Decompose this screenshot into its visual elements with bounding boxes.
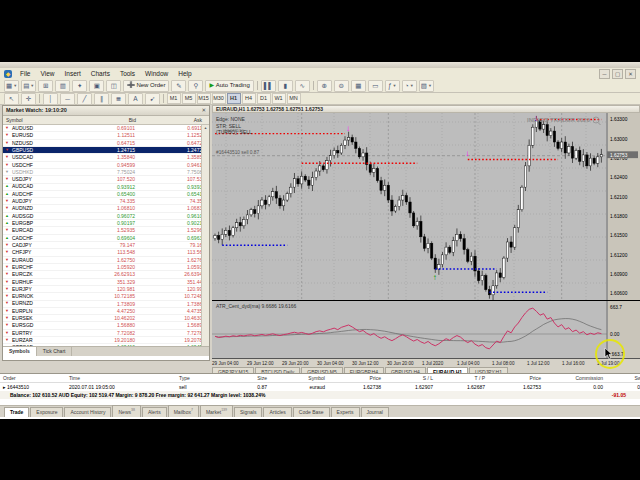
channel-tool[interactable]: ∥ [94, 93, 109, 105]
timeframe-m30[interactable]: M30 [212, 93, 226, 104]
symbol-row-usdchf[interactable]: ▼USDCHF0.945990.94615 [3, 162, 209, 169]
terminal-tab-market[interactable]: Market139 [200, 405, 233, 417]
menu-view[interactable]: View [35, 69, 59, 78]
fibonacci-tool[interactable]: ≣ [111, 93, 126, 105]
market-watch-tab-symbols[interactable]: Symbols [3, 347, 37, 356]
indicator-subwindow[interactable]: ATR_Cent_dyd(ma) 9.6686 19.6166663.70.00… [212, 300, 640, 358]
timeframe-h4[interactable]: H4 [242, 93, 256, 104]
restore-icon[interactable]: ▢ [612, 69, 623, 79]
terminal-column-size[interactable]: Size [228, 374, 270, 382]
zoom-out-button[interactable]: ⊖ [334, 80, 349, 92]
cascade-windows-button[interactable]: ▭ [368, 80, 383, 92]
symbol-row-gbpcad[interactable]: ▲GBPCAD1.694101.69455 [3, 344, 209, 346]
vertical-line-tool[interactable]: │ [43, 93, 58, 105]
timeframe-m5[interactable]: M5 [182, 93, 196, 104]
menu-help[interactable]: Help [173, 69, 196, 78]
menu-window[interactable]: Window [140, 69, 173, 78]
menu-file[interactable]: File [15, 69, 35, 78]
minimize-icon[interactable]: ─ [599, 69, 610, 79]
column-symbol[interactable]: Symbol [3, 116, 70, 124]
symbol-row-eurpln[interactable]: ▼EURPLN4.472504.47350 [3, 308, 209, 315]
timeframe-m15[interactable]: M15 [197, 93, 211, 104]
terminal-tab-alerts[interactable]: Alerts [142, 407, 167, 417]
symbol-row-usdhkd[interactable]: ▼USDHKD7.750247.75088 [3, 169, 209, 176]
terminal-column-sl[interactable]: S / L [384, 374, 436, 382]
symbol-row-eursek[interactable]: ▼EURSEK10.4620210.46307 [3, 315, 209, 322]
terminal-tab-mailbox[interactable]: Mailbox7 [168, 405, 199, 417]
market-watch-close-icon[interactable]: ✕ [201, 106, 206, 115]
terminal-column-symbol[interactable]: Symbol [270, 374, 328, 382]
trendline-tool[interactable]: ╱ [77, 93, 92, 105]
profiles-button[interactable]: ▤▼ [21, 80, 36, 92]
symbol-row-chfjpy[interactable]: ▼CHFJPY113.548113.567 [3, 249, 209, 256]
new-chart-button[interactable]: ▦▼ [4, 80, 19, 92]
timeframe-d1[interactable]: D1 [257, 93, 271, 104]
symbol-row-eurchf[interactable]: ▼EURCHF1.059201.05938 [3, 264, 209, 271]
strategy-tester-button[interactable]: ◫ [106, 80, 121, 92]
symbol-row-eurcad[interactable]: ▼EURCAD1.529351.52962 [3, 227, 209, 234]
symbol-row-eurusd[interactable]: ▼EURUSD1.125111.12522 [3, 132, 209, 139]
terminal-column-time[interactable]: Time [66, 374, 176, 382]
symbol-row-cadjpy[interactable]: ▼CADJPY79.14779.165 [3, 242, 209, 249]
symbol-row-audchf[interactable]: ▲AUDCHF0.654000.65418 [3, 191, 209, 198]
symbol-row-usdcad[interactable]: ▼USDCAD1.358401.35852 [3, 154, 209, 161]
symbol-row-eurnzd[interactable]: ▼EURNZD1.738091.73869 [3, 301, 209, 308]
terminal-tab-news[interactable]: News38 [112, 405, 140, 417]
symbol-row-eurhuf[interactable]: ▼EURHUF351.329351.445 [3, 279, 209, 286]
crosshair-tool[interactable]: ✛ [21, 93, 36, 105]
autotrading-button[interactable]: ▶ Auto Trading [205, 80, 253, 92]
symbol-row-euraud[interactable]: ▼EURAUD1.627501.62763 [3, 257, 209, 264]
symbol-row-audusd[interactable]: ▼AUDUSD0.691010.69114 [3, 125, 209, 132]
symbol-row-eurczk[interactable]: ▼EURCZK26.6291326.63947 [3, 271, 209, 278]
cursor-tool[interactable]: ↖ [4, 93, 19, 105]
symbol-row-eurjpy[interactable]: ▼EURJPY120.981120.998 [3, 286, 209, 293]
price-chart[interactable]: ↓↓↓↑↑Edge: NONESTR: SELL(TURBO): SELL#16… [212, 113, 640, 300]
symbol-row-eursgd[interactable]: ▼EURSGD1.568801.56892 [3, 322, 209, 329]
symbol-row-eurzar[interactable]: ▼EURZAR19.2018019.20787 [3, 337, 209, 344]
metaeditor-button[interactable]: ✎ [171, 80, 186, 92]
zoom-in-button[interactable]: ⊕ [317, 80, 332, 92]
column-ask[interactable]: Ask [136, 116, 206, 124]
chart-attach-button[interactable]: ⚲ [188, 80, 203, 92]
symbol-row-cadchf[interactable]: ▲CADCHF0.696040.69631 [3, 235, 209, 242]
terminal-tab-code-base[interactable]: Code Base [293, 407, 330, 417]
order-row[interactable]: ▸ 164435102020.07.01 19:05:00sell0.87eur… [0, 383, 640, 391]
symbol-row-audcad[interactable]: ▲AUDCAD0.939120.93938 [3, 184, 209, 191]
symbol-row-audjpy[interactable]: ▼AUDJPY74.33574.352 [3, 198, 209, 205]
candlestick-button[interactable]: ▮ [278, 80, 293, 92]
symbol-row-nzdusd[interactable]: ▼NZDUSD0.647150.64729 [3, 140, 209, 147]
timeframe-mn[interactable]: MN [287, 93, 301, 104]
new-order-button[interactable]: ➕ New Order [123, 80, 169, 92]
arrows-tool[interactable]: ➹ [145, 93, 160, 105]
symbol-row-usdjpy[interactable]: ▼USDJPY107.520107.535 [3, 176, 209, 183]
menu-charts[interactable]: Charts [86, 69, 115, 78]
indicators-button[interactable]: ƒ▼ [385, 80, 400, 92]
terminal-tab-signals[interactable]: Signals [234, 407, 262, 417]
menu-insert[interactable]: Insert [59, 69, 85, 78]
market-watch-tab-tick-chart[interactable]: Tick Chart [37, 347, 73, 356]
periods-button[interactable]: ◔▼ [402, 80, 417, 92]
symbol-row-audsgd[interactable]: ▲AUDSGD0.960720.96104 [3, 213, 209, 220]
terminal-toggle[interactable]: ▣ [89, 80, 104, 92]
terminal-tab-journal[interactable]: Journal [361, 407, 389, 417]
terminal-column-type[interactable]: Type [176, 374, 228, 382]
symbol-row-eurnok[interactable]: ▼EURNOK10.7218510.72487 [3, 293, 209, 300]
terminal-column-swap[interactable]: Swap [606, 374, 640, 382]
terminal-tab-exposure[interactable]: Exposure [30, 407, 63, 417]
data-window-toggle[interactable]: ▥ [55, 80, 70, 92]
column-bid[interactable]: Bid [70, 116, 136, 124]
timeframe-h1[interactable]: H1 [227, 93, 241, 104]
symbol-row-eurgbp[interactable]: ▲EURGBP0.901970.90213 [3, 220, 209, 227]
symbol-row-audnzd[interactable]: ▼AUDNZD1.068101.06834 [3, 205, 209, 212]
symbol-row-eurtry[interactable]: ▼EURTRY7.720827.72781 [3, 330, 209, 337]
line-chart-button[interactable]: ∿ [295, 80, 310, 92]
terminal-tab-articles[interactable]: Articles [263, 407, 291, 417]
terminal-column-tp[interactable]: T / P [436, 374, 488, 382]
terminal-tab-account-history[interactable]: Account History [64, 407, 111, 417]
market-watch-scrollbar[interactable]: ▴ [201, 125, 209, 346]
text-tool[interactable]: A [128, 93, 143, 105]
terminal-tab-experts[interactable]: Experts [331, 407, 360, 417]
market-watch-toggle[interactable]: ⊞ [38, 80, 53, 92]
timeframe-m1[interactable]: M1 [167, 93, 181, 104]
terminal-column-order[interactable]: Order [0, 374, 66, 382]
